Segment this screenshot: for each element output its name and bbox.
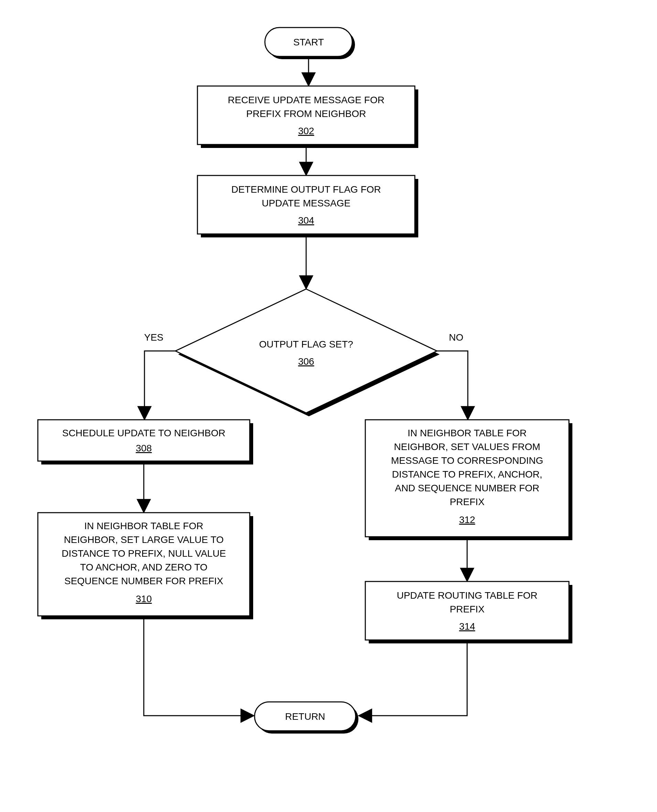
svg-rect-14 bbox=[38, 420, 250, 461]
edge-314-return bbox=[359, 640, 467, 716]
node-304: DETERMINE OUTPUT FLAG FOR UPDATE MESSAGE… bbox=[198, 176, 418, 237]
svg-text:SEQUENCE NUMBER FOR PREFIX: SEQUENCE NUMBER FOR PREFIX bbox=[64, 576, 223, 586]
ref-302: 302 bbox=[298, 126, 314, 136]
ref-306: 306 bbox=[298, 356, 314, 367]
edge-label-no: NO bbox=[449, 332, 463, 343]
svg-text:OUTPUT FLAG SET?: OUTPUT FLAG SET? bbox=[259, 339, 353, 349]
flowchart: START RECEIVE UPDATE MESSAGE FOR PREFIX … bbox=[0, 0, 657, 812]
ref-310: 310 bbox=[136, 594, 152, 604]
svg-text:NEIGHBOR, SET LARGE VALUE TO: NEIGHBOR, SET LARGE VALUE TO bbox=[64, 535, 224, 545]
node-312: IN NEIGHBOR TABLE FOR NEIGHBOR, SET VALU… bbox=[365, 420, 572, 540]
edge-306-312 bbox=[437, 351, 468, 419]
edge-label-yes: YES bbox=[144, 332, 163, 343]
svg-text:RECEIVE UPDATE MESSAGE FOR: RECEIVE UPDATE MESSAGE FOR bbox=[228, 95, 384, 105]
ref-308: 308 bbox=[136, 443, 152, 454]
svg-text:DISTANCE TO PREFIX, NULL VALUE: DISTANCE TO PREFIX, NULL VALUE bbox=[62, 548, 226, 559]
svg-text:SCHEDULE UPDATE TO NEIGHBOR: SCHEDULE UPDATE TO NEIGHBOR bbox=[62, 428, 226, 438]
return-node: RETURN bbox=[255, 702, 358, 734]
svg-text:UPDATE ROUTING TABLE FOR: UPDATE ROUTING TABLE FOR bbox=[397, 590, 537, 601]
start-label: START bbox=[293, 37, 324, 47]
node-310: IN NEIGHBOR TABLE FOR NEIGHBOR, SET LARG… bbox=[38, 513, 253, 619]
svg-text:NEIGHBOR, SET VALUES FROM: NEIGHBOR, SET VALUES FROM bbox=[394, 441, 540, 452]
ref-314: 314 bbox=[459, 621, 475, 632]
ref-312: 312 bbox=[459, 514, 475, 525]
svg-marker-11 bbox=[176, 289, 437, 413]
svg-text:AND SEQUENCE NUMBER FOR: AND SEQUENCE NUMBER FOR bbox=[395, 483, 539, 493]
svg-text:TO ANCHOR, AND ZERO TO: TO ANCHOR, AND ZERO TO bbox=[80, 562, 207, 572]
edge-306-308 bbox=[145, 351, 176, 419]
svg-text:DETERMINE OUTPUT FLAG FOR: DETERMINE OUTPUT FLAG FOR bbox=[231, 184, 381, 195]
svg-text:MESSAGE TO CORRESPONDING: MESSAGE TO CORRESPONDING bbox=[391, 455, 543, 466]
node-306: OUTPUT FLAG SET? 306 bbox=[176, 289, 440, 416]
node-308: SCHEDULE UPDATE TO NEIGHBOR 308 bbox=[38, 420, 253, 464]
node-302: RECEIVE UPDATE MESSAGE FOR PREFIX FROM N… bbox=[198, 86, 418, 148]
start-node: START bbox=[265, 28, 355, 59]
svg-text:DISTANCE TO PREFIX, ANCHOR,: DISTANCE TO PREFIX, ANCHOR, bbox=[392, 469, 542, 480]
edge-310-return bbox=[144, 616, 254, 716]
svg-text:PREFIX: PREFIX bbox=[450, 604, 484, 614]
svg-text:UPDATE MESSAGE: UPDATE MESSAGE bbox=[262, 198, 350, 209]
return-label: RETURN bbox=[285, 711, 325, 722]
svg-text:IN NEIGHBOR TABLE FOR: IN NEIGHBOR TABLE FOR bbox=[408, 428, 527, 438]
svg-text:IN NEIGHBOR TABLE FOR: IN NEIGHBOR TABLE FOR bbox=[84, 521, 203, 531]
svg-text:PREFIX: PREFIX bbox=[450, 497, 484, 507]
node-314: UPDATE ROUTING TABLE FOR PREFIX 314 bbox=[365, 581, 572, 644]
svg-text:PREFIX FROM NEIGHBOR: PREFIX FROM NEIGHBOR bbox=[246, 108, 366, 119]
ref-304: 304 bbox=[298, 215, 314, 226]
